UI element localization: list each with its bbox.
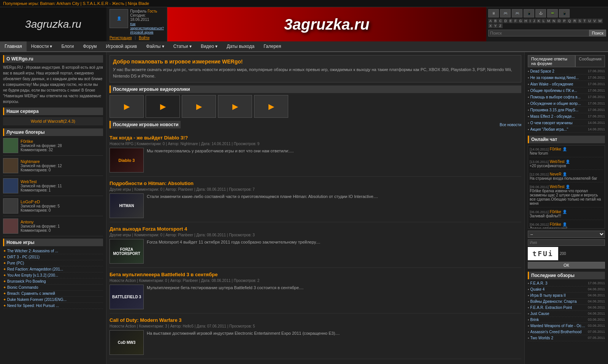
review-link-5[interactable]: F.E.A.R. Extraction Point [530,305,586,310]
news-title-3[interactable]: Дата выхода Forza Motorsport 4 [110,226,521,232]
news-title: Последние игровые новости [110,121,181,128]
game-item[interactable]: DiRT 3 - PC (2011) [3,254,103,260]
chat-mood-select[interactable]: -- [528,231,605,238]
blogger-name-3[interactable]: WebTest [21,179,62,184]
register-question-link[interactable]: Как зарегистрироваться? [130,22,164,30]
forum-link-9[interactable]: О чем говорят мужчины [530,121,586,125]
nav-articles[interactable]: Статьи ▾ [169,41,196,51]
forum-link-6[interactable]: Обсуждение и общие вопр... [530,101,586,106]
nav-forum[interactable]: Форум [78,41,101,51]
game-item[interactable]: You Are Empty [v.1.3.2] (200... [3,272,103,279]
forum-item-4: ▪ Общие проблемы с ПК и... 17.06.2011 [528,89,605,94]
nav-files[interactable]: Файлы ▾ [141,41,168,51]
news-title-4[interactable]: Бета мультиплееера Battlefield 3 в сентя… [110,272,521,277]
register-link[interactable]: Регистрация [110,36,132,40]
review-link-10[interactable]: Two Worlds 2 [530,336,586,340]
forum-link-1[interactable]: Dead Space 2 [530,69,586,73]
review-date-6: 04.06.2011 [588,312,605,316]
new-games-list: The Witcher 2: Assassins of ... DiRT 3 -… [3,248,103,309]
forum-link-10[interactable]: Акция "Любая игра..." [530,127,586,131]
video-thumb-2[interactable]: ▶ [146,95,180,118]
review-date-8: 03.06.2011 [588,324,605,328]
review-date-10: 07.05.2011 [588,336,605,340]
popular-game-1[interactable]: Batman: Arkham City [40,1,79,6]
review-link-1[interactable]: F.E.A.R. 3 [530,281,586,285]
forum-link-4[interactable]: Общие проблемы с ПК и... [530,89,586,93]
news-title-1[interactable]: Так когда - же выйдет Diablo 3!? [110,135,521,141]
videos-section: Последние игровые видеоролики ▶ ▶ ▶ ▶ ▶ [110,85,521,118]
news-body-1: Diablo 3 Мы поинтересовались у разработч… [110,148,521,173]
game-item[interactable]: Breach: Сравнять с землей [3,291,103,297]
review-link-6[interactable]: Just Cause [530,312,586,316]
chat-message-1: [14.06.2011] F0rlike 👤 New forum [530,147,603,157]
forum-link-3[interactable]: Alan Wake - обсуждение [530,82,586,86]
video-thumb-1[interactable]: ▶ [110,95,144,118]
forum-link-5[interactable]: Помощь в выборе софта в... [530,95,586,99]
game-item[interactable]: Bionic Commando [3,285,103,291]
review-link-2[interactable]: Quake 4 [530,287,586,291]
tab-messages[interactable]: Сообщения [575,55,605,67]
review-link-8[interactable]: Wanted Weapons of Fate - Особб... [530,324,586,328]
review-link-7[interactable]: Brink [530,318,586,322]
game-item[interactable]: Pure (PC) [3,260,103,266]
search-button[interactable]: Поиск [589,30,606,36]
news-image-2: HITMAN [110,193,144,218]
tab-forum[interactable]: Последние ответы на форуме [528,55,575,67]
forum-link-2[interactable]: Не за горами выход Need... [530,76,586,80]
nav-blogs[interactable]: Блоги [57,41,78,51]
forum-item-10: ▪ Акция "Любая игра..." 14.06.2011 [528,127,605,133]
nav-archive[interactable]: Игровой архив [102,41,142,51]
chat-dropdown-row: -- [528,231,605,238]
popular-game-3[interactable]: Ninja Blade [128,1,149,6]
nav-release-dates[interactable]: Даты выхода [222,41,259,51]
blogger-item: LoGoP eD Записей на форуме: 5 Комментари… [3,198,103,216]
search-area: Поиск [488,30,606,36]
game-item[interactable]: Need for Speed: Hot Pursuit ... [3,303,103,309]
news-body-3: FORZA MOTORSPORT Forza Motorsport 4 выйд… [110,239,521,264]
blogger-name-1[interactable]: F0rlike [21,139,62,144]
header-left: 3agruzka.ru [0,7,106,41]
review-date-9: 07.05.2011 [588,330,605,334]
news-all-link[interactable]: Все новости [500,123,521,127]
news-image-3: FORZA MOTORSPORT [110,239,144,264]
nav-news[interactable]: Новости ▾ [27,41,57,51]
ok-button[interactable]: ОК [528,262,605,269]
game-item[interactable]: Duke Nukem Forever (2011/ENG... [3,297,103,303]
blogger-name-4[interactable]: LoGoP eD [21,199,60,204]
blogger-comments-2: Комментариев: 0 [21,168,62,172]
review-link-3[interactable]: Игра В тылу врага II [530,293,586,298]
game-item[interactable]: Red Faction: Armageddon (201... [3,266,103,272]
alphabet-bar[interactable]: ABCDEFGHIJKLMNOPQRSTUVWXYZ [488,19,606,28]
game-archive-link[interactable]: Игровой архив [130,30,153,34]
forum-date-5: 17.06.2011 [588,95,605,99]
video-thumb-4[interactable]: ▶ [218,95,252,118]
blogger-item: Nightmare Записей на форуме: 12 Коммента… [3,158,103,176]
nav-gallery[interactable]: Галерея [259,41,286,51]
reviews-header: Последние обзоры [528,272,605,279]
blogger-name-2[interactable]: Nightmare [21,159,62,164]
blogger-posts-2: Записей на форуме: 12 [21,164,62,168]
login-link[interactable]: Войти [139,36,149,40]
forum-link-7[interactable]: Прошивка 3.15 для PlayS... [530,108,586,112]
psp-icon: 📱 [524,9,534,17]
forum-item-7: ▪ Прошивка 3.15 для PlayS... 17.06.2011 [528,108,605,113]
about-section-header: О WERgo.ru [3,55,103,63]
video-thumb-5[interactable]: ▶ [254,95,288,118]
nav-home[interactable]: Главная [0,41,27,51]
game-item[interactable]: Brunswick Pro Bowling [3,279,103,285]
video-thumb-3[interactable]: ▶ [182,95,216,118]
nav-video[interactable]: Видео ▾ [196,41,222,51]
chat-box[interactable]: [14.06.2011] F0rlike 👤 New forum [13.06.… [528,145,605,229]
forum-link-8[interactable]: Mass Effect 2 - обсужде... [530,114,586,119]
review-link-9[interactable]: Assassin's Creed Brotherhood [530,330,586,334]
search-input[interactable] [488,30,589,36]
blogger-name-5[interactable]: Antony [21,220,60,224]
review-link-4[interactable]: Войны Древности: Спарта [530,299,586,304]
popular-game-2[interactable]: S.T.A.L.K.E.R - Жесть [83,1,124,6]
news-title-2[interactable]: Подробности о Hitman: Absolution [110,180,521,186]
blogger-item: WebTest Записей на форуме: 11 Комментари… [3,178,103,196]
news-meta-4: Новости Action | Комментарии: 0 | Автор:… [110,279,521,283]
chat-name-input[interactable] [528,239,605,246]
game-item[interactable]: The Witcher 2: Assassins of ... [3,248,103,254]
news-title-5[interactable]: Call of Duty: Modern Warfare 3 [110,317,521,323]
